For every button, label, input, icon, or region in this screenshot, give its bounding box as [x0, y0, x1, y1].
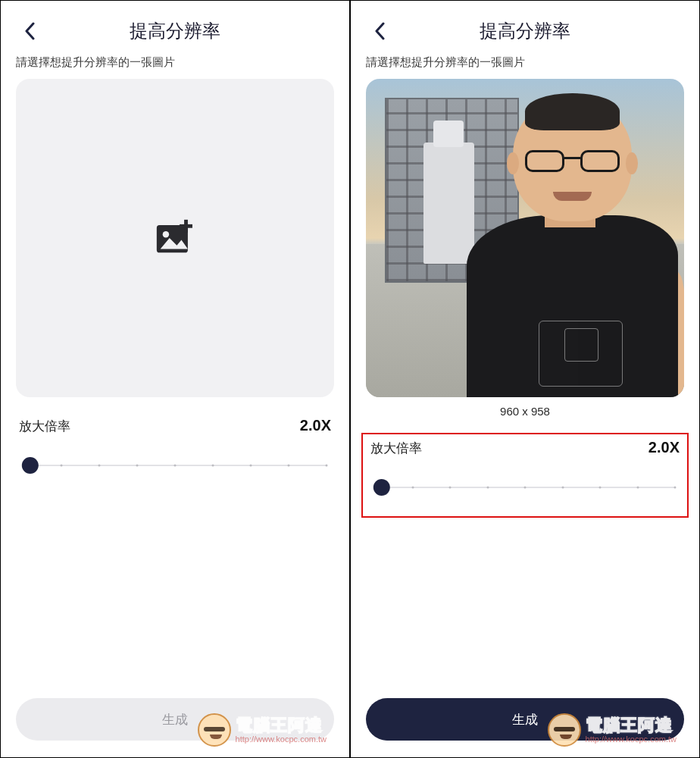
- slider-tick: [61, 465, 63, 467]
- zoom-slider[interactable]: [23, 456, 327, 475]
- zoom-section: 放大倍率 2.0X: [11, 412, 339, 494]
- instruction-text: 請選擇想提升分辨率的一張圖片: [1, 55, 349, 79]
- image-picker-empty[interactable]: [16, 79, 334, 397]
- page-title: 提高分辨率: [16, 19, 334, 43]
- generate-button[interactable]: 生成: [366, 698, 684, 741]
- zoom-section-highlighted: 放大倍率 2.0X: [361, 433, 689, 518]
- add-image-icon: [153, 216, 197, 260]
- slider-tick: [136, 465, 139, 467]
- instruction-text: 請選擇想提升分辨率的一張圖片: [351, 55, 699, 79]
- slider-tick: [524, 487, 527, 489]
- slider-tick: [288, 465, 290, 467]
- svg-rect-3: [180, 224, 192, 228]
- slider-tick: [486, 487, 489, 489]
- back-button[interactable]: [19, 20, 40, 42]
- slider-tick: [212, 465, 214, 467]
- screen-left: 提高分辨率 請選擇想提升分辨率的一張圖片 放大倍率 2.0X: [0, 0, 350, 758]
- slider-thumb[interactable]: [373, 479, 390, 496]
- svg-point-1: [163, 231, 169, 237]
- slider-tick: [674, 487, 677, 489]
- screen-right: 提高分辨率 請選擇想提升分辨率的一張圖片: [350, 0, 700, 758]
- selected-image: [366, 79, 684, 397]
- header: 提高分辨率: [1, 1, 349, 55]
- footer: 生成 電腦王阿達 http://www.kocpc.com.tw: [1, 698, 349, 757]
- back-button[interactable]: [369, 20, 390, 42]
- zoom-value: 2.0X: [300, 417, 331, 434]
- slider-tick: [326, 465, 328, 467]
- slider-tick: [636, 487, 639, 489]
- zoom-slider[interactable]: [375, 478, 675, 496]
- zoom-label: 放大倍率: [370, 440, 422, 457]
- image-preview[interactable]: [366, 79, 684, 397]
- slider-tick: [174, 465, 177, 467]
- slider-tick: [599, 487, 602, 489]
- zoom-row: 放大倍率 2.0X: [16, 417, 334, 435]
- slider-thumb[interactable]: [22, 457, 39, 474]
- chevron-left-icon: [374, 22, 385, 40]
- image-dimensions: 960 x 958: [351, 405, 699, 418]
- header: 提高分辨率: [351, 1, 699, 55]
- slider-tick: [411, 487, 414, 489]
- slider-tick: [449, 487, 452, 489]
- page-title: 提高分辨率: [366, 19, 684, 43]
- generate-button[interactable]: 生成: [16, 698, 334, 741]
- chevron-left-icon: [24, 22, 35, 40]
- slider-tick: [98, 465, 101, 467]
- slider-tick: [561, 487, 564, 489]
- slider-tick: [250, 465, 252, 467]
- zoom-row: 放大倍率 2.0X: [367, 439, 683, 457]
- zoom-label: 放大倍率: [19, 418, 70, 435]
- footer: 生成 電腦王阿達 http://www.kocpc.com.tw: [351, 698, 699, 757]
- zoom-value: 2.0X: [648, 439, 680, 456]
